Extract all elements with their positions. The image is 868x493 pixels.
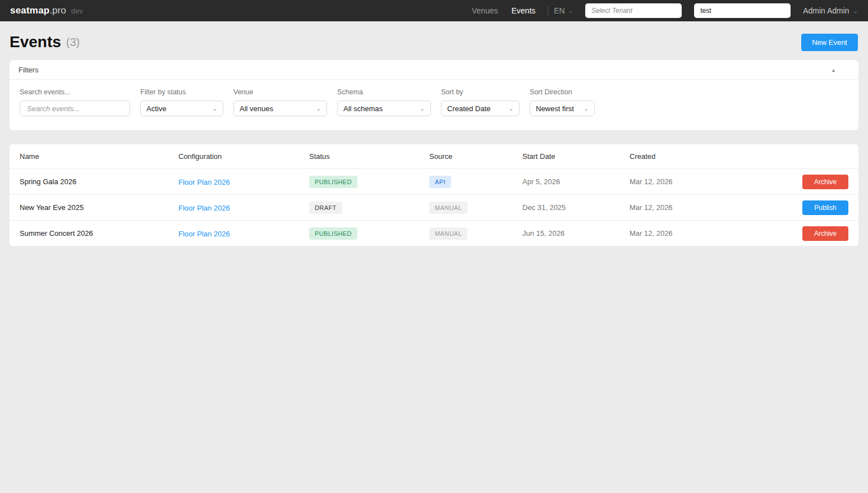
events-table: NameConfigurationStatusSourceStart DateC… (10, 144, 858, 246)
nav-links: VenuesEvents (472, 6, 536, 15)
table-row: Spring Gala 2026 Floor Plan 2026 PUBLISH… (10, 168, 858, 194)
status-badge: PUBLISHED (309, 227, 357, 240)
filter-label: Venue (233, 88, 327, 96)
brand-logo[interactable]: seatmap .pro dev (10, 5, 83, 16)
status-badge: PUBLISHED (309, 176, 357, 188)
created-date: Mar 12, 2026 (630, 203, 735, 212)
filters-body: Search events... Filter by status Active… (10, 80, 858, 130)
filter-search-label: Search events... (20, 88, 130, 96)
filter-select-group: Venue All venues ⌄ (233, 88, 327, 116)
filters-header[interactable]: Filters ▲ (10, 60, 858, 80)
created-date: Mar 12, 2026 (630, 177, 735, 186)
source-badge: MANUAL (429, 227, 467, 240)
events-count: (3) (66, 36, 80, 49)
brand-env-badge: dev (71, 7, 83, 15)
language-selector[interactable]: EN ⌄ (554, 6, 573, 15)
tenant-select-input[interactable] (585, 3, 682, 18)
column-header: Configuration (178, 152, 309, 161)
start-date: Apr 5, 2026 (522, 177, 630, 186)
created-date: Mar 12, 2026 (630, 229, 735, 238)
event-name: New Year Eve 2025 (20, 203, 178, 212)
filter-search-group: Search events... (20, 88, 130, 116)
filters-title: Filters (19, 66, 38, 74)
selected-value: Newest first (536, 104, 574, 113)
user-menu[interactable]: Admin Admin ⌄ (803, 6, 858, 15)
row-action-button[interactable]: Archive (802, 226, 848, 241)
table-row: Summer Concert 2026 Floor Plan 2026 PUBL… (10, 220, 858, 246)
row-action-button[interactable]: Archive (802, 175, 848, 189)
chevron-down-icon: ⌄ (853, 8, 858, 14)
configuration-link[interactable]: Floor Plan 2026 (178, 230, 230, 238)
filter-select-group: Sort by Created Date ⌄ (441, 88, 520, 116)
column-header: Created (630, 152, 735, 161)
chevron-down-icon: ⌄ (509, 106, 513, 112)
start-date: Dec 31, 2025 (522, 203, 630, 212)
row-action-button[interactable]: Publish (802, 200, 848, 215)
event-name: Summer Concert 2026 (20, 229, 178, 238)
page-header: Events (3) New Event (0, 21, 868, 60)
selected-value: Active (146, 104, 166, 113)
column-header: Name (20, 152, 178, 161)
filter-select[interactable]: Active ⌄ (140, 101, 223, 116)
configuration-link[interactable]: Floor Plan 2026 (178, 178, 230, 186)
filter-select-group: Sort Direction Newest first ⌄ (530, 88, 595, 116)
nav-link-events[interactable]: Events (511, 6, 535, 15)
brand-suffix: .pro (49, 5, 66, 16)
filter-selects: Filter by status Active ⌄ Venue All venu… (140, 88, 595, 116)
filter-label: Filter by status (140, 88, 223, 96)
filter-select[interactable]: All venues ⌄ (233, 101, 327, 116)
selected-value: All schemas (343, 104, 383, 113)
column-header: Status (309, 152, 429, 161)
chevron-down-icon: ⌄ (568, 8, 573, 14)
nav-separator (548, 6, 548, 15)
source-badge: API (429, 176, 451, 188)
chevron-down-icon: ⌄ (213, 106, 217, 112)
selected-value: All venues (240, 104, 273, 113)
table-body: Spring Gala 2026 Floor Plan 2026 PUBLISH… (10, 168, 858, 246)
brand-name: seatmap (10, 5, 49, 16)
nav-link-venues[interactable]: Venues (472, 6, 498, 15)
filter-label: Sort Direction (530, 88, 595, 96)
column-header: Source (429, 152, 522, 161)
source-badge: MANUAL (429, 202, 467, 214)
event-name: Spring Gala 2026 (20, 177, 178, 186)
column-header: Start Date (522, 152, 630, 161)
filter-label: Sort by (441, 88, 520, 96)
filter-select-group: Schema All schemas ⌄ (337, 88, 431, 116)
chevron-down-icon: ⌄ (420, 106, 425, 112)
configuration-link[interactable]: Floor Plan 2026 (178, 204, 230, 212)
filter-select-group: Filter by status Active ⌄ (140, 88, 223, 116)
filter-label: Schema (337, 88, 431, 96)
table-header-row: NameConfigurationStatusSourceStart DateC… (10, 144, 858, 168)
filter-select[interactable]: Newest first ⌄ (530, 101, 595, 116)
table-row: New Year Eve 2025 Floor Plan 2026 DRAFT … (10, 194, 858, 220)
navbar-right: VenuesEvents EN ⌄ Admin Admin ⌄ (472, 3, 858, 18)
selected-value: Created Date (447, 104, 490, 113)
chevron-down-icon: ⌄ (316, 106, 321, 112)
filters-panel: Filters ▲ Search events... Filter by sta… (10, 60, 858, 130)
collapse-up-icon[interactable]: ▲ (831, 67, 849, 73)
language-label: EN (554, 6, 564, 15)
user-name: Admin Admin (803, 6, 849, 15)
page-title: Events (10, 33, 61, 51)
start-date: Jun 15, 2026 (522, 229, 630, 238)
chevron-down-icon: ⌄ (584, 106, 589, 112)
status-badge: DRAFT (309, 202, 342, 214)
navbar: seatmap .pro dev VenuesEvents EN ⌄ Admin… (0, 0, 868, 21)
navbar-search-input[interactable] (694, 3, 791, 18)
filter-select[interactable]: Created Date ⌄ (441, 101, 520, 116)
search-events-input[interactable] (20, 101, 130, 116)
new-event-button[interactable]: New Event (801, 34, 858, 51)
filter-select[interactable]: All schemas ⌄ (337, 101, 431, 116)
